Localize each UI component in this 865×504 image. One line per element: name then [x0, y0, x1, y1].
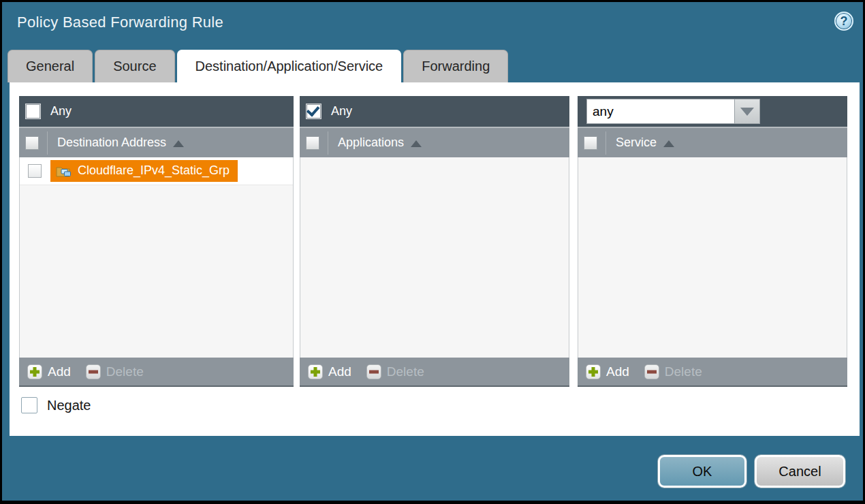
destination-any-header: Any — [19, 96, 294, 127]
delete-button-label: Delete — [387, 364, 424, 379]
add-plus-icon — [308, 364, 323, 379]
add-application-button[interactable]: Add — [308, 364, 351, 379]
destination-toolbar: Add Delete — [19, 358, 294, 387]
destination-header-cell[interactable]: Destination Address — [47, 131, 184, 155]
applications-select-all-checkbox[interactable] — [306, 136, 319, 150]
applications-list — [300, 157, 569, 358]
sort-ascending-icon — [663, 140, 674, 147]
destination-address-list: Cloudflare_IPv4_Static_Grp — [19, 157, 294, 358]
negate-option: Negate — [21, 397, 91, 413]
delete-button-label: Delete — [665, 364, 702, 379]
service-list — [578, 157, 847, 358]
delete-minus-icon — [366, 364, 381, 379]
add-service-button[interactable]: Add — [586, 364, 629, 379]
service-dropdown-button[interactable] — [735, 99, 760, 124]
add-button-label: Add — [48, 364, 71, 379]
chevron-down-icon — [740, 108, 754, 116]
service-header-cell[interactable]: Service — [606, 131, 674, 155]
tab-forwarding[interactable]: Forwarding — [403, 50, 508, 82]
destination-address-column: Any Destination Address — [19, 96, 294, 387]
row-checkbox-cell — [20, 164, 49, 178]
table-row[interactable]: Cloudflare_IPv4_Static_Grp — [20, 157, 293, 185]
sort-ascending-icon — [411, 140, 422, 147]
row-checkbox[interactable] — [28, 164, 42, 178]
sort-ascending-icon — [173, 140, 184, 147]
applications-column-subheader: Applications — [300, 127, 569, 157]
add-button-label: Add — [606, 364, 629, 379]
applications-any-label: Any — [331, 104, 352, 119]
applications-any-header: Any — [300, 96, 569, 127]
destination-select-all-checkbox[interactable] — [25, 136, 39, 150]
destination-any-checkbox[interactable] — [25, 104, 41, 119]
delete-minus-icon — [86, 364, 101, 379]
applications-any-checkbox[interactable] — [306, 104, 321, 119]
policy-based-forwarding-dialog: Policy Based Forwarding Rule ? General S… — [0, 0, 865, 504]
tab-bar: General Source Destination/Application/S… — [7, 50, 508, 82]
service-select-all-checkbox[interactable] — [584, 136, 597, 150]
service-dropdown-input[interactable] — [586, 99, 735, 124]
destination-header-label: Destination Address — [57, 136, 166, 150]
add-button-label: Add — [328, 364, 351, 379]
selected-address-chip[interactable]: Cloudflare_IPv4_Static_Grp — [50, 160, 238, 182]
dialog-title: Policy Based Forwarding Rule — [17, 14, 223, 31]
applications-column: Any Applications Add Delete — [300, 96, 569, 387]
service-column-subheader: Service — [578, 127, 847, 157]
address-group-icon — [56, 165, 72, 177]
negate-checkbox[interactable] — [21, 397, 37, 413]
tab-content-panel: Any Destination Address — [10, 82, 860, 436]
negate-label: Negate — [47, 398, 91, 413]
add-plus-icon — [586, 364, 601, 379]
address-group-name: Cloudflare_IPv4_Static_Grp — [78, 163, 230, 178]
delete-button-label: Delete — [106, 364, 144, 379]
ok-button[interactable]: OK — [658, 455, 746, 488]
tab-source[interactable]: Source — [95, 50, 174, 82]
delete-minus-icon — [644, 364, 659, 379]
service-dropdown-header — [578, 96, 847, 127]
service-header-label: Service — [616, 136, 657, 150]
delete-destination-button[interactable]: Delete — [86, 364, 144, 379]
tab-general[interactable]: General — [7, 50, 93, 82]
help-icon[interactable]: ? — [834, 12, 853, 31]
delete-service-button[interactable]: Delete — [644, 364, 702, 379]
service-column: Service Add Delete — [578, 96, 847, 387]
service-toolbar: Add Delete — [578, 358, 847, 387]
applications-header-cell[interactable]: Applications — [328, 131, 422, 155]
cancel-button[interactable]: Cancel — [755, 455, 845, 488]
destination-any-label: Any — [50, 104, 72, 119]
tab-destination-application-service[interactable]: Destination/Application/Service — [177, 50, 402, 82]
add-destination-button[interactable]: Add — [27, 364, 71, 379]
add-plus-icon — [27, 364, 42, 379]
applications-toolbar: Add Delete — [300, 358, 569, 387]
delete-application-button[interactable]: Delete — [366, 364, 424, 379]
destination-column-subheader: Destination Address — [19, 127, 294, 157]
applications-header-label: Applications — [338, 136, 404, 150]
service-dropdown — [586, 99, 760, 124]
